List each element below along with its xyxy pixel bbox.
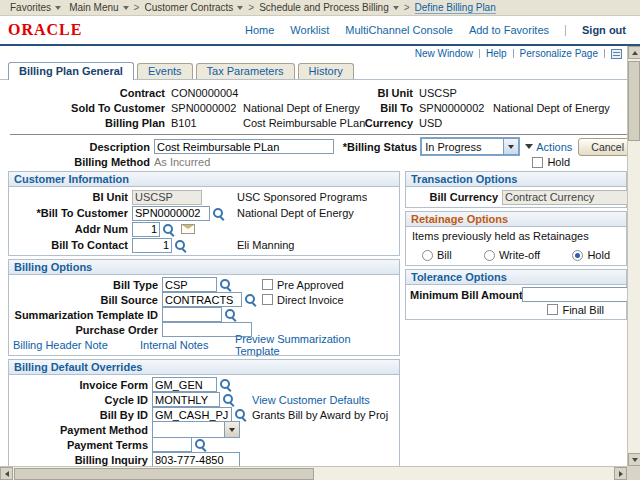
home-link[interactable]: Home: [245, 24, 274, 36]
lookup-icon[interactable]: [162, 223, 175, 236]
billing-status-select[interactable]: In Progress: [421, 138, 519, 155]
multichannel-console-link[interactable]: MultiChannel Console: [345, 24, 453, 36]
breadcrumb-item-favorites[interactable]: Favorites: [10, 2, 61, 13]
description-input[interactable]: [154, 139, 334, 154]
actions-menu[interactable]: Actions: [525, 141, 572, 153]
breadcrumb-item-define-billing-plan[interactable]: Define Billing Plan: [415, 2, 496, 14]
tab-events[interactable]: Events: [137, 63, 193, 79]
hold-label: Hold: [547, 156, 570, 168]
add-to-favorites-link[interactable]: Add to Favorites: [469, 24, 549, 36]
breadcrumb-label: Schedule and Process Billing: [259, 2, 389, 13]
bill-to-desc: National Dept of Energy: [493, 102, 630, 114]
billing-options-links: Billing Header Note Internal Notes Previ…: [13, 337, 395, 353]
section-title: Billing Default Overrides: [9, 360, 399, 375]
lookup-icon[interactable]: [224, 308, 237, 321]
breadcrumb-item-customer-contracts[interactable]: Customer Contracts: [144, 2, 243, 13]
billing-header-note-link[interactable]: Billing Header Note: [13, 339, 108, 351]
vertical-scroll-thumb[interactable]: [628, 61, 640, 141]
new-window-link[interactable]: New Window: [415, 48, 473, 59]
breadcrumb-item-schedule-process-billing[interactable]: Schedule and Process Billing: [259, 2, 399, 13]
final-bill-checkbox[interactable]: [547, 304, 558, 315]
radio-selected-icon[interactable]: [572, 250, 583, 261]
currency-value: USD: [419, 117, 493, 129]
lookup-icon[interactable]: [194, 438, 207, 451]
breadcrumb-item-main-menu[interactable]: Main Menu: [69, 2, 128, 13]
minimum-bill-amount-label: Minimum Bill Amount: [410, 289, 518, 301]
summarization-template-input[interactable]: [162, 307, 222, 322]
tab-history[interactable]: History: [298, 63, 354, 79]
billing-inquiry-input[interactable]: [152, 452, 240, 467]
radio-label: Bill: [437, 249, 452, 261]
lookup-icon[interactable]: [244, 293, 257, 306]
tab-bar: Billing Plan General Events Tax Paramete…: [0, 61, 640, 80]
personalize-page-link[interactable]: Personalize Page: [520, 48, 598, 59]
vertical-scrollbar[interactable]: [627, 46, 640, 466]
envelope-icon[interactable]: [181, 224, 195, 234]
sign-out-link[interactable]: Sign out: [582, 24, 626, 36]
lookup-icon[interactable]: [219, 378, 232, 391]
payment-method-field: Payment Method: [13, 422, 395, 437]
retainage-write-off-option[interactable]: Write-off: [484, 249, 540, 261]
retainage-bill-option[interactable]: Bill: [422, 249, 452, 261]
bi-unit-label: BI Unit: [13, 191, 128, 203]
cycle-id-input[interactable]: [152, 392, 220, 407]
billing-status-value: In Progress: [422, 141, 503, 153]
description-label: Description: [10, 141, 150, 153]
bill-currency-input: [502, 190, 640, 205]
payment-method-select[interactable]: [152, 421, 240, 438]
bill-type-field: Bill Type Pre Approved: [13, 277, 395, 292]
bill-to-customer-desc: National Dept of Energy: [237, 207, 354, 219]
hold-field: Hold: [532, 156, 570, 168]
invoice-form-input[interactable]: [152, 377, 217, 392]
bill-to-contact-input[interactable]: [132, 238, 172, 253]
lookup-icon[interactable]: [234, 408, 247, 421]
bill-by-id-input[interactable]: [152, 407, 232, 422]
radio-icon[interactable]: [484, 250, 495, 261]
tab-tax-parameters[interactable]: Tax Parameters: [196, 63, 295, 79]
scroll-down-arrow[interactable]: [628, 453, 640, 466]
divider: [565, 25, 566, 36]
minimum-bill-amount-input[interactable]: [522, 287, 640, 302]
bill-type-input[interactable]: [162, 277, 217, 292]
payment-terms-input[interactable]: [152, 437, 192, 452]
help-link[interactable]: Help: [486, 48, 507, 59]
bill-source-input[interactable]: [162, 292, 242, 307]
chevron-down-icon[interactable]: [224, 422, 239, 437]
view-customer-defaults-link[interactable]: View Customer Defaults: [252, 394, 370, 406]
sold-to-customer-label: Sold To Customer: [10, 102, 165, 114]
lookup-icon[interactable]: [219, 278, 232, 291]
direct-invoice-label: Direct Invoice: [277, 294, 344, 306]
transaction-options-section: Transaction Options Bill Currency: [405, 171, 627, 208]
left-column: Customer Information BI Unit USC Sponsor…: [8, 171, 400, 480]
tab-billing-plan-general[interactable]: Billing Plan General: [8, 62, 134, 80]
scroll-right-arrow[interactable]: [614, 467, 627, 480]
scroll-up-arrow[interactable]: [628, 46, 640, 59]
lookup-icon[interactable]: [212, 207, 225, 220]
billing-inquiry-label: Billing Inquiry: [13, 454, 148, 466]
horizontal-scrollbar[interactable]: [0, 466, 627, 480]
page-utility-links: New Window Help Personalize Page: [0, 46, 640, 61]
internal-notes-link[interactable]: Internal Notes: [140, 339, 208, 351]
final-bill-label: Final Bill: [562, 304, 604, 316]
bill-currency-label: Bill Currency: [410, 191, 498, 203]
direct-invoice-checkbox[interactable]: [262, 294, 273, 305]
retainage-hold-option[interactable]: Hold: [572, 249, 610, 261]
lookup-icon[interactable]: [174, 239, 187, 252]
preview-summarization-template-link[interactable]: Preview Summarization Template: [235, 333, 395, 357]
hold-checkbox[interactable]: [532, 157, 543, 168]
billing-plan-value: B101: [171, 117, 243, 129]
bi-unit-label: BI Unit: [363, 87, 413, 99]
addr-num-input[interactable]: [132, 222, 160, 237]
radio-icon[interactable]: [422, 250, 433, 261]
cycle-id-field: Cycle ID View Customer Defaults: [13, 392, 395, 407]
pre-approved-checkbox[interactable]: [262, 279, 273, 290]
section-title: Customer Information: [9, 172, 399, 187]
worklist-link[interactable]: Worklist: [290, 24, 329, 36]
scroll-left-arrow[interactable]: [0, 467, 13, 480]
lookup-icon[interactable]: [222, 393, 235, 406]
copy-url-icon[interactable]: [611, 49, 622, 59]
chevron-down-icon[interactable]: [503, 139, 518, 154]
billing-method-label: Billing Method: [10, 156, 150, 168]
bill-to-customer-input[interactable]: [132, 206, 210, 221]
horizontal-scroll-thumb[interactable]: [14, 468, 314, 480]
